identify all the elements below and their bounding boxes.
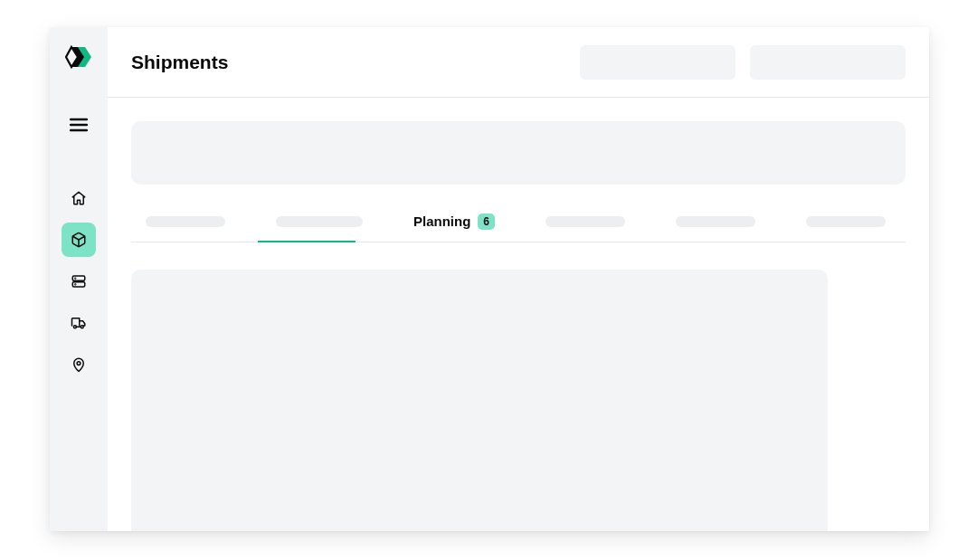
topbar: Shipments <box>108 27 929 98</box>
topbar-skeleton-1 <box>580 45 735 80</box>
tab-skeleton-5 <box>806 216 886 227</box>
svg-point-12 <box>77 362 81 365</box>
topbar-skeleton-2 <box>750 45 906 80</box>
content-skeleton <box>131 270 828 531</box>
tab-skeleton-1 <box>146 216 225 227</box>
sidebar-item-home[interactable] <box>62 181 96 215</box>
app-window: Shipments Planning 6 <box>50 27 929 531</box>
tab-skeleton-3 <box>545 216 625 227</box>
tab-planning[interactable]: Planning 6 <box>413 201 495 242</box>
svg-point-8 <box>75 278 76 279</box>
content-area: Planning 6 <box>108 98 929 531</box>
sidebar <box>50 27 108 531</box>
tabs: Planning 6 <box>131 201 906 242</box>
tab-active-underline <box>258 241 356 242</box>
sidebar-item-vehicles[interactable] <box>62 306 96 340</box>
sidebar-item-inventory[interactable] <box>62 264 96 299</box>
sidebar-nav <box>62 181 96 382</box>
svg-point-9 <box>75 284 76 285</box>
tab-skeleton-4 <box>676 216 755 227</box>
page-title: Shipments <box>131 52 565 73</box>
tab-label: Planning <box>413 214 470 229</box>
app-logo <box>65 43 92 71</box>
tab-badge: 6 <box>478 214 495 230</box>
sidebar-item-locations[interactable] <box>62 347 96 382</box>
main-area: Shipments Planning 6 <box>108 27 929 531</box>
banner-skeleton <box>131 121 906 185</box>
sidebar-item-shipments[interactable] <box>62 223 96 257</box>
tab-skeleton-2 <box>276 216 363 227</box>
menu-toggle-button[interactable] <box>62 109 95 141</box>
